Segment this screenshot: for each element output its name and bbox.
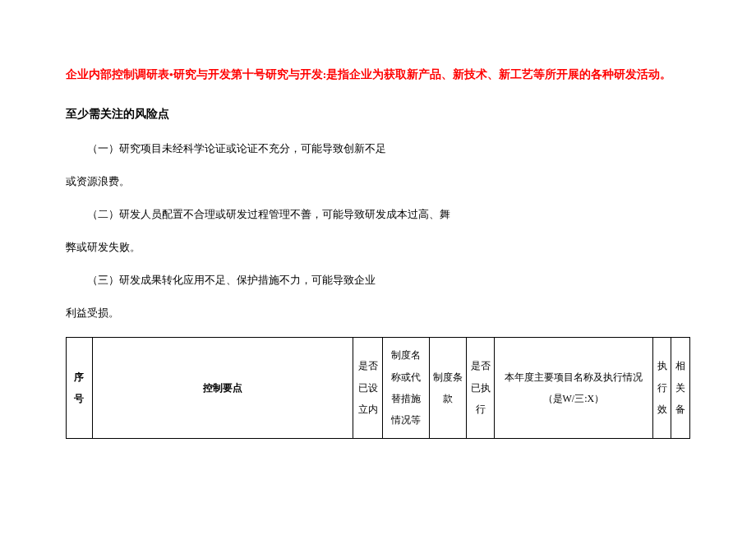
th-clause: 制度条款 [429,338,466,439]
th-system-name: 制度名称或代替措施情况等 [383,338,430,439]
risk-item-1-line2: 或资源浪费。 [66,173,690,191]
risk-item-2-line2: 弊或研发失败。 [66,238,690,256]
risk-heading: 至少需关注的风险点 [66,107,690,122]
risk-item-2-line1: （二）研发人员配置不合理或研发过程管理不善，可能导致研发成本过高、舞 [66,205,690,224]
table-header: 序号 控制要点 是否已设立内 制度名称或代替措施情况等 制度条款 是否已执行 本… [67,338,690,439]
risk-item-3-line2: 利益受损。 [66,304,690,322]
control-table: 序号 控制要点 是否已设立内 制度名称或代替措施情况等 制度条款 是否已执行 本… [66,337,690,439]
th-executed: 是否已执行 [467,338,495,439]
th-project-line2: （是W/三:X） [543,393,605,404]
risk-item-3-line1: （三）研发成果转化应用不足、保护措施不力，可能导致企业 [66,271,690,289]
th-project-status: 本年度主要项目名称及执行情况 （是W/三:X） [495,338,653,439]
th-project-line1: 本年度主要项目名称及执行情况 [505,371,643,383]
th-control-point: 控制要点 [92,338,353,439]
th-note: 相关备 [671,338,690,439]
risk-item-1-line1: （一）研究项目未经科学论证或论证不充分，可能导致创新不足 [66,140,690,158]
table-header-row: 序号 控制要点 是否已设立内 制度名称或代替措施情况等 制度条款 是否已执行 本… [67,338,690,439]
document-title: 企业内部控制调研表•研究与开发第十号研究与开发:是指企业为获取新产品、新技术、新… [66,66,690,84]
th-established: 是否已设立内 [353,338,382,439]
th-effect: 执行效 [652,338,671,439]
th-seq: 序号 [67,338,93,439]
